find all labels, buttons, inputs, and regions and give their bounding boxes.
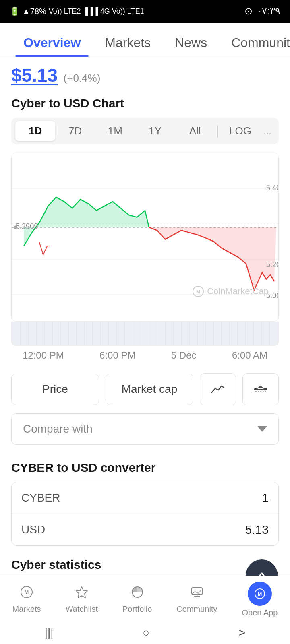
time-more-btn[interactable]: ... bbox=[260, 126, 275, 137]
chart-controls: Price Market cap bbox=[0, 373, 290, 413]
signal-strength: ▲78% bbox=[22, 7, 46, 16]
camera-icon: ⊙ bbox=[244, 6, 253, 17]
time-btn-7d[interactable]: 7D bbox=[55, 121, 95, 141]
chart-time-labels: 12:00 PM 6:00 PM 5 Dec 6:00 AM bbox=[11, 346, 279, 361]
open-app-icon-wrap: M bbox=[248, 582, 272, 606]
chart-title: Cyber to USD Chart bbox=[11, 97, 279, 110]
home-button[interactable]: ○ bbox=[143, 626, 149, 639]
price-change: (+0.4%) bbox=[64, 72, 101, 84]
time-label-2: 5 Dec bbox=[171, 350, 197, 361]
coinmarketcap-logo: M bbox=[193, 286, 204, 297]
compare-label: Compare with bbox=[23, 423, 93, 436]
svg-text:5.2909: 5.2909 bbox=[16, 222, 38, 231]
time-display: ۰۷:۳۹ bbox=[257, 6, 280, 17]
svg-text:5.20: 5.20 bbox=[266, 260, 278, 269]
to-currency: USD bbox=[21, 523, 45, 536]
community-icon bbox=[190, 585, 204, 602]
star-icon bbox=[75, 585, 89, 602]
bottom-nav-portfolio[interactable]: Portfolio bbox=[122, 585, 152, 614]
svg-text:M: M bbox=[196, 289, 200, 295]
time-label-0: 12:00 PM bbox=[23, 350, 64, 361]
watchlist-label: Watchlist bbox=[66, 605, 98, 614]
compare-icon bbox=[254, 384, 267, 395]
markets-icon: M bbox=[20, 585, 33, 602]
converter-section: CYBER to USD converter CYBER 1 USD 5.13 bbox=[0, 457, 290, 554]
from-currency: CYBER bbox=[21, 491, 60, 504]
market-cap-button[interactable]: Market cap bbox=[106, 374, 193, 405]
from-value[interactable]: 1 bbox=[262, 491, 269, 505]
open-app-icon: M bbox=[253, 587, 267, 601]
svg-text:5.40: 5.40 bbox=[266, 184, 278, 192]
svg-text:M: M bbox=[258, 591, 262, 597]
status-bar: 🔋 ▲78% Vo)) LTE2 ▐▐▐ 4G Vo)) LTE1 ⊙ ۰۷:۳… bbox=[0, 0, 290, 23]
nav-tabs: Overview Markets News Community bbox=[0, 23, 290, 57]
price-value: $5.13 bbox=[11, 65, 58, 86]
to-value: 5.13 bbox=[245, 523, 269, 537]
converter-box: CYBER 1 USD 5.13 bbox=[11, 482, 279, 546]
markets-label: Markets bbox=[12, 605, 41, 614]
time-label-1: 6:00 PM bbox=[99, 350, 135, 361]
open-app-label: Open App bbox=[242, 608, 278, 617]
line-chart-icon bbox=[211, 384, 225, 395]
svg-text:M: M bbox=[25, 589, 29, 595]
price-header: $5.13 (+0.4%) bbox=[0, 57, 290, 90]
time-label-3: 6:00 AM bbox=[232, 350, 267, 361]
bottom-nav: M Markets Watchlist Portfolio bbox=[0, 576, 290, 621]
tab-community[interactable]: Community bbox=[219, 31, 290, 57]
chart-scrollbar-inner bbox=[12, 322, 278, 345]
time-btn-all[interactable]: All bbox=[175, 121, 215, 141]
time-btn-log[interactable]: LOG bbox=[220, 121, 260, 141]
chart-scrollbar[interactable] bbox=[11, 322, 279, 346]
time-btn-1y[interactable]: 1Y bbox=[135, 121, 175, 141]
community-label: Community bbox=[176, 605, 217, 614]
stats-title: Cyber statistics bbox=[11, 558, 279, 572]
chart-watermark: M CoinMarketCap bbox=[193, 286, 269, 297]
line-chart-button[interactable] bbox=[200, 373, 236, 405]
svg-rect-22 bbox=[192, 588, 202, 595]
portfolio-icon bbox=[130, 585, 144, 602]
svg-point-10 bbox=[14, 225, 17, 229]
time-divider bbox=[218, 125, 218, 137]
bottom-nav-watchlist[interactable]: Watchlist bbox=[66, 585, 98, 614]
watermark-text: CoinMarketCap bbox=[207, 286, 269, 297]
chart-section: Cyber to USD Chart 1D 7D 1M 1Y All LOG .… bbox=[0, 90, 290, 361]
svg-marker-20 bbox=[76, 587, 87, 598]
converter-to-row: USD 5.13 bbox=[12, 514, 278, 545]
compare-chart-button[interactable] bbox=[242, 373, 279, 405]
time-selector: 1D 7D 1M 1Y All LOG ... bbox=[11, 118, 279, 144]
portfolio-label: Portfolio bbox=[122, 605, 152, 614]
back-button[interactable]: ||| bbox=[45, 626, 54, 639]
converter-from-row: CYBER 1 bbox=[12, 482, 278, 514]
compare-dropdown[interactable]: Compare with bbox=[11, 413, 279, 445]
signal-icon: 🔋 bbox=[10, 6, 20, 16]
price-chart: 5.40 5.20 5.00 5.2909 M CoinMarketCap bbox=[11, 153, 279, 322]
status-right: ⊙ ۰۷:۳۹ bbox=[244, 6, 280, 17]
converter-title: CYBER to USD converter bbox=[11, 461, 279, 475]
carrier-info: Vo)) LTE2 ▐▐▐ 4G Vo)) LTE1 bbox=[49, 7, 144, 16]
bottom-nav-markets[interactable]: M Markets bbox=[12, 585, 41, 614]
bottom-nav-open-app[interactable]: M Open App bbox=[242, 582, 278, 617]
compare-section: Compare with bbox=[0, 413, 290, 457]
time-btn-1d[interactable]: 1D bbox=[15, 121, 55, 141]
recent-button[interactable]: > bbox=[239, 626, 245, 639]
system-nav: ||| ○ > bbox=[0, 621, 290, 644]
tab-news[interactable]: News bbox=[163, 31, 219, 57]
bottom-nav-community[interactable]: Community bbox=[176, 585, 217, 614]
time-btn-1m[interactable]: 1M bbox=[95, 121, 135, 141]
price-button[interactable]: Price bbox=[11, 374, 99, 405]
status-left: 🔋 ▲78% Vo)) LTE2 ▐▐▐ 4G Vo)) LTE1 bbox=[10, 6, 144, 16]
chevron-down-icon bbox=[257, 426, 267, 432]
tab-markets[interactable]: Markets bbox=[93, 31, 163, 57]
tab-overview[interactable]: Overview bbox=[11, 31, 93, 57]
